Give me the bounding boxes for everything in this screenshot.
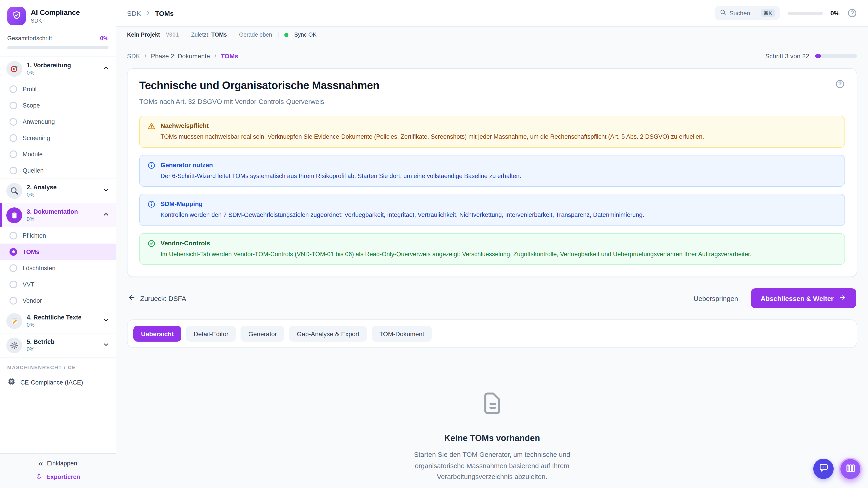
- sidebar-item-toms[interactable]: TOMs: [0, 243, 116, 260]
- radio-icon: [9, 85, 17, 93]
- info-circle-icon: [147, 200, 156, 219]
- radio-icon: [9, 232, 17, 239]
- chevron-down-icon: [103, 341, 110, 350]
- next-label: Abschliessen & Weiter: [761, 295, 834, 302]
- breadcrumb-current: TOMs: [155, 9, 174, 17]
- upload-icon: [35, 473, 43, 481]
- alert-body: TOMs muessen nachweisbar real sein. Verk…: [160, 132, 704, 141]
- overall-progress-value: 0%: [100, 35, 108, 41]
- crumb-sdk[interactable]: SDK: [127, 53, 140, 60]
- sidebar-section-betrieb[interactable]: 5. Betrieb 0%: [0, 333, 116, 357]
- sidebar-section-dokumentation[interactable]: 3. Dokumentation 0%: [0, 203, 116, 227]
- sidebar-group-label: MASCHINENRECHT / CE: [0, 357, 116, 374]
- breadcrumb-root[interactable]: SDK: [127, 9, 141, 17]
- breadcrumb: SDK TOMs: [127, 9, 174, 17]
- export-button[interactable]: Exportieren: [35, 473, 80, 481]
- status-bar: Kein Projekt V001 Zuletzt: TOMs Gerade e…: [116, 27, 868, 43]
- chevron-down-icon: [103, 317, 110, 325]
- tab-generator[interactable]: Generator: [241, 326, 285, 342]
- page-breadcrumb: SDK / Phase 2: Dokumente / TOMs: [127, 53, 238, 60]
- card-help-icon[interactable]: [835, 79, 845, 89]
- complete-next-button[interactable]: Abschliessen & Weiter: [751, 289, 856, 308]
- sidebar-item-quellen[interactable]: Quellen: [0, 162, 116, 178]
- tab-tom-dokument[interactable]: TOM-Dokument: [372, 326, 432, 342]
- sidebar-item-screening[interactable]: Screening: [0, 130, 116, 146]
- collapse-icon: «: [39, 459, 43, 467]
- sidebar-item-profil[interactable]: Profil: [0, 81, 116, 97]
- tab-gap-analyse-export[interactable]: Gap-Analyse & Export: [289, 326, 367, 342]
- sidebar-item-label: Pflichten: [23, 232, 46, 239]
- chevron-up-icon: [103, 211, 110, 220]
- search-input[interactable]: Suchen... ⌘K: [715, 6, 780, 20]
- clipboard-icon: [6, 207, 22, 223]
- sidebar-item-scope[interactable]: Scope: [0, 97, 116, 113]
- radio-selected-icon: [9, 248, 17, 256]
- columns-fab[interactable]: [839, 458, 862, 480]
- alert-generator-nutzen: Generator nutzen Der 6-Schritt-Wizard le…: [139, 155, 845, 187]
- radio-icon: [9, 134, 17, 142]
- overall-progress: Gesamtfortschritt 0%: [0, 31, 116, 57]
- overall-progress-track: [7, 46, 108, 49]
- alert-title: SDM-Mapping: [160, 200, 644, 207]
- collapse-sidebar-button[interactable]: « Einklappen: [39, 459, 77, 467]
- crumb-separator: /: [215, 53, 216, 60]
- empty-state-title: Keine TOMs vorhanden: [444, 433, 540, 444]
- sidebar-item-label: Löschfristen: [23, 265, 56, 271]
- sidebar-footer: « Einklappen Exportieren: [0, 453, 116, 488]
- sidebar-item-label: VVT: [23, 281, 35, 288]
- arrow-left-icon: [128, 294, 135, 303]
- sidebar-item-vvt[interactable]: VVT: [0, 276, 116, 292]
- sidebar-section-rechtliche-texte[interactable]: 4. Rechtliche Texte 0%: [0, 308, 116, 333]
- sidebar-item-label: Screening: [23, 134, 50, 141]
- sidebar-section-analyse[interactable]: 2. Analyse 0%: [0, 178, 116, 203]
- alert-title: Generator nutzen: [160, 161, 521, 168]
- section-title: 5. Betrieb: [27, 338, 55, 345]
- sidebar-item-label: TOMs: [23, 248, 39, 255]
- tab-detail-editor[interactable]: Detail-Editor: [186, 326, 236, 342]
- section-percent: 0%: [27, 216, 78, 222]
- sidebar-item-loeschfristen[interactable]: Löschfristen: [0, 260, 116, 276]
- section-percent: 0%: [27, 322, 82, 328]
- chat-bubble-icon: [818, 462, 829, 475]
- project-name: Kein Projekt: [127, 32, 160, 38]
- arrow-right-icon: [839, 294, 846, 303]
- sidebar-section-vorbereitung[interactable]: 1. Vorbereitung 0%: [0, 57, 116, 81]
- alert-body: Kontrollen werden den 7 SDM-Gewaehrleist…: [160, 210, 644, 219]
- step-progress-track: [815, 54, 857, 58]
- memo-icon: [6, 313, 22, 329]
- back-button[interactable]: Zurueck: DSFA: [128, 294, 186, 303]
- sidebar-header: AI Compliance SDK: [0, 0, 116, 31]
- sidebar-item-pflichten[interactable]: Pflichten: [0, 227, 116, 243]
- chevron-down-icon: [103, 187, 110, 195]
- crumb-separator: /: [145, 53, 147, 60]
- main-area: SDK TOMs Suchen... ⌘K 0% Kein Projekt V: [116, 0, 868, 488]
- sidebar-item-anwendung[interactable]: Anwendung: [0, 113, 116, 130]
- search-shortcut-badge: ⌘K: [761, 9, 775, 17]
- sync-status-label: Sync OK: [294, 32, 317, 38]
- crumb-phase[interactable]: Phase 2: Dokumente: [151, 53, 210, 60]
- section-title: 2. Analyse: [27, 184, 57, 191]
- skip-button[interactable]: Ueberspringen: [693, 295, 738, 302]
- sidebar-item-label: CE-Compliance (IACE): [20, 379, 83, 386]
- help-icon[interactable]: [847, 8, 857, 18]
- export-label: Exportieren: [46, 474, 80, 480]
- sidebar-item-vendor[interactable]: Vendor: [0, 292, 116, 308]
- alert-body: Im Uebersicht-Tab werden Vendor-TOM-Cont…: [160, 250, 751, 258]
- sidebar-item-label: Anwendung: [23, 118, 55, 125]
- search-placeholder: Suchen...: [730, 10, 755, 17]
- chevron-up-icon: [103, 65, 110, 73]
- app-subtitle: SDK: [31, 18, 80, 24]
- sidebar-item-ce-compliance[interactable]: CE-Compliance (IACE): [0, 374, 116, 393]
- sidebar-item-module[interactable]: Module: [0, 146, 116, 162]
- divider: [233, 31, 233, 38]
- app-window: AI Compliance SDK Gesamtfortschritt 0% 1…: [0, 0, 868, 488]
- alert-list: Nachweispflicht TOMs muessen nachweisbar…: [139, 116, 845, 265]
- chat-fab[interactable]: [813, 459, 834, 479]
- section-title: 4. Rechtliche Texte: [27, 314, 82, 321]
- section-percent: 0%: [27, 70, 71, 76]
- tab-uebersicht[interactable]: Uebersicht: [133, 326, 182, 342]
- step-progress-fill: [815, 54, 821, 58]
- topbar-progress-value: 0%: [831, 9, 839, 17]
- gear-icon: [6, 337, 22, 353]
- crumb-current: TOMs: [221, 53, 238, 60]
